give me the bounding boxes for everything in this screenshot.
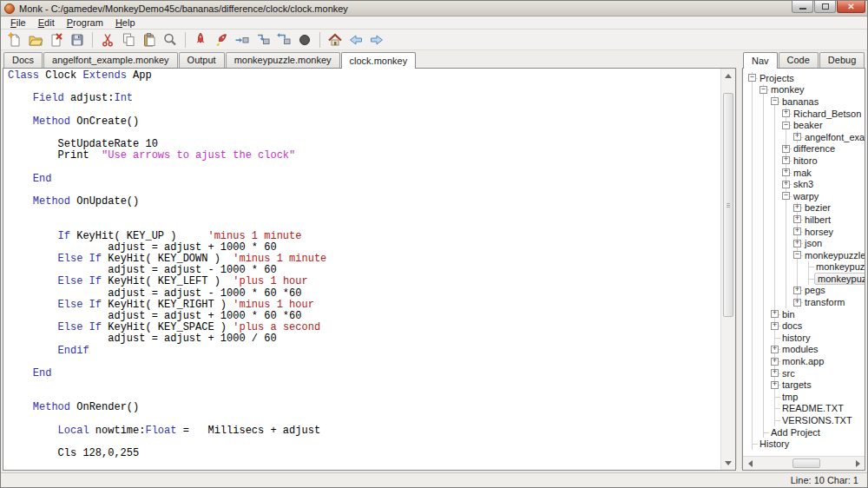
tree-item-warpy[interactable]: −warpy xyxy=(746,190,865,202)
tree-item-richard-betson[interactable]: +Richard_Betson xyxy=(746,108,865,120)
expand-icon[interactable]: + xyxy=(782,168,790,176)
scroll-track[interactable] xyxy=(757,457,851,470)
copy-button[interactable] xyxy=(118,30,139,49)
build-button[interactable] xyxy=(190,30,211,49)
tab-output[interactable]: Output xyxy=(179,52,225,68)
tree-item-beaker[interactable]: −beaker xyxy=(746,119,865,131)
tree-item-horsey[interactable]: +horsey xyxy=(746,226,865,238)
tree-item-monkeypuzz[interactable]: monkeypuzz xyxy=(746,273,865,285)
minimize-button[interactable] xyxy=(792,1,813,13)
scroll-track[interactable] xyxy=(721,82,735,456)
tab-docs[interactable]: Docs xyxy=(3,52,43,68)
collapse-icon[interactable]: − xyxy=(760,86,767,94)
tree-horizontal-scrollbar[interactable] xyxy=(743,456,865,470)
expand-icon[interactable]: + xyxy=(793,240,801,247)
step-in-button[interactable] xyxy=(253,30,273,49)
tree-item-docs[interactable]: +docs xyxy=(746,320,865,332)
collapse-icon[interactable]: − xyxy=(782,122,790,129)
expand-icon[interactable]: + xyxy=(771,381,779,389)
panel-tab-code[interactable]: Code xyxy=(779,52,819,68)
step-button[interactable] xyxy=(232,30,253,49)
collapse-icon[interactable]: − xyxy=(771,97,779,105)
expand-icon[interactable]: + xyxy=(771,346,779,353)
forward-button[interactable] xyxy=(366,30,387,49)
collapse-icon[interactable]: − xyxy=(748,74,756,82)
tree-item-hitoro[interactable]: +hitoro xyxy=(746,155,865,167)
tree-item-tmp[interactable]: tmp xyxy=(746,391,865,403)
tree-item-mak[interactable]: +mak xyxy=(746,167,865,179)
tab-monkeypuzzle-monkey[interactable]: monkeypuzzle.monkey xyxy=(226,52,340,68)
collapse-icon[interactable]: − xyxy=(793,251,801,259)
maximize-button[interactable] xyxy=(814,1,836,13)
stop-button[interactable] xyxy=(294,30,315,49)
tree-item-monkeypuzz[interactable]: monkeypuzz xyxy=(746,261,865,274)
tree-item-src[interactable]: +src xyxy=(746,367,865,379)
menu-item-file[interactable]: File xyxy=(4,16,32,29)
panel-splitter[interactable] xyxy=(736,69,742,469)
menu-item-help[interactable]: Help xyxy=(109,16,141,29)
scroll-thumb[interactable] xyxy=(792,458,820,468)
open-file-button[interactable] xyxy=(25,30,46,49)
paste-button[interactable] xyxy=(139,30,160,49)
code-editor[interactable]: Class Clock Extends App Field adjust:Int… xyxy=(3,69,720,470)
tree-item-bezier[interactable]: +bezier xyxy=(746,202,865,214)
tab-clock-monkey[interactable]: clock.monkey xyxy=(341,52,417,69)
expand-icon[interactable]: + xyxy=(793,299,801,307)
expand-icon[interactable]: + xyxy=(782,109,790,117)
panel-tab-nav[interactable]: Nav xyxy=(743,52,778,69)
tree-item-projects[interactable]: −Projects xyxy=(746,72,865,84)
editor-vertical-scrollbar[interactable] xyxy=(720,69,735,470)
tree-item-pegs[interactable]: +pegs xyxy=(746,285,865,297)
scroll-down-button[interactable] xyxy=(721,456,735,470)
tree-item-json[interactable]: +json xyxy=(746,237,865,249)
tree-item-skn3[interactable]: +skn3 xyxy=(746,178,865,190)
save-file-button[interactable] xyxy=(67,30,88,49)
tree-item-transform[interactable]: +transform xyxy=(746,296,865,308)
scroll-right-button[interactable] xyxy=(851,460,865,467)
home-button[interactable] xyxy=(325,30,345,49)
tree-item-difference[interactable]: +difference xyxy=(746,143,865,155)
tree-item-history[interactable]: history xyxy=(746,332,865,344)
tree-item-add-project[interactable]: Add Project xyxy=(746,426,865,439)
expand-icon[interactable]: + xyxy=(793,287,801,294)
tree-item-monkey[interactable]: −monkey xyxy=(746,84,865,96)
cut-button[interactable] xyxy=(97,30,118,49)
tab-angelfont-example-monkey[interactable]: angelfont_example.monkey xyxy=(43,52,178,68)
tree-item-history[interactable]: History xyxy=(746,438,865,450)
expand-icon[interactable]: + xyxy=(771,310,779,318)
collapse-icon[interactable]: − xyxy=(782,192,790,200)
build-run-button[interactable] xyxy=(211,30,232,49)
expand-icon[interactable]: + xyxy=(782,145,790,153)
tree-item-readme-txt[interactable]: README.TXT xyxy=(746,403,865,415)
scroll-left-button[interactable] xyxy=(743,460,757,467)
expand-icon[interactable]: + xyxy=(771,322,779,330)
find-button[interactable] xyxy=(160,30,181,49)
menu-item-program[interactable]: Program xyxy=(61,16,109,29)
new-file-button[interactable] xyxy=(4,30,25,49)
step-out-button[interactable] xyxy=(273,30,294,49)
expand-icon[interactable]: + xyxy=(793,228,801,235)
back-button[interactable] xyxy=(345,30,366,49)
close-file-button[interactable] xyxy=(46,30,67,49)
expand-icon[interactable]: + xyxy=(793,133,801,141)
expand-icon[interactable]: + xyxy=(771,358,779,366)
tree-item-monk-app[interactable]: +monk.app xyxy=(746,355,865,367)
tree-item-targets[interactable]: +targets xyxy=(746,379,865,391)
menu-item-edit[interactable]: Edit xyxy=(32,16,61,29)
expand-icon[interactable]: + xyxy=(793,215,801,223)
tree-item-versions-txt[interactable]: VERSIONS.TXT xyxy=(746,414,865,426)
close-button[interactable]: ✕ xyxy=(837,1,865,13)
scroll-thumb[interactable] xyxy=(723,93,733,317)
tree-item-hilbert[interactable]: +hilbert xyxy=(746,214,865,226)
expand-icon[interactable]: + xyxy=(782,181,790,188)
scroll-up-button[interactable] xyxy=(721,69,735,82)
tree-item-bin[interactable]: +bin xyxy=(746,308,865,320)
tree-item-modules[interactable]: +modules xyxy=(746,344,865,356)
tree-item-bananas[interactable]: −bananas xyxy=(746,96,865,108)
expand-icon[interactable]: + xyxy=(793,204,801,212)
expand-icon[interactable]: + xyxy=(771,369,779,377)
tree-item-angelfont-examp[interactable]: +angelfont_examp xyxy=(746,131,865,143)
panel-tab-debug[interactable]: Debug xyxy=(819,52,865,68)
expand-icon[interactable]: + xyxy=(782,156,790,164)
tree-item-monkeypuzzle[interactable]: −monkeypuzzle xyxy=(746,249,865,261)
